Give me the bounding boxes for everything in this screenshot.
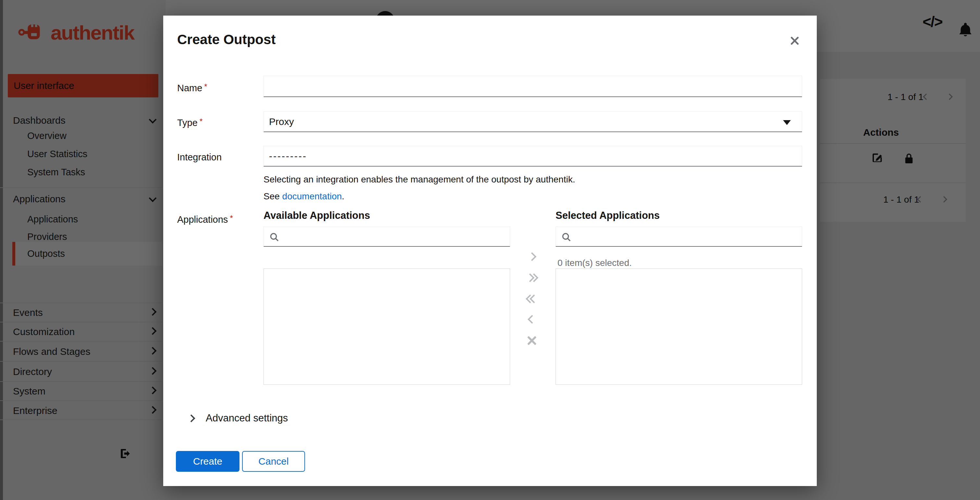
selected-count-status: 0 item(s) selected.	[557, 258, 632, 268]
required-marker: *	[204, 82, 207, 91]
name-label: Name*	[177, 82, 207, 94]
create-outpost-modal: Create Outpost Name* Type* Proxy Integra…	[163, 16, 817, 486]
selected-applications-title: Selected Applications	[555, 210, 660, 221]
selected-search-input[interactable]	[556, 227, 802, 246]
required-marker: *	[200, 117, 202, 126]
create-button[interactable]: Create	[176, 451, 239, 472]
name-field[interactable]	[264, 76, 802, 97]
move-selected-right-button[interactable]	[522, 249, 542, 265]
selected-search	[555, 227, 802, 247]
type-select-value: Proxy	[269, 116, 294, 127]
move-all-right-button[interactable]	[522, 271, 542, 286]
close-icon[interactable]	[788, 34, 801, 48]
move-selected-left-button[interactable]	[522, 312, 542, 328]
required-marker: *	[230, 213, 233, 222]
type-label: Type*	[177, 117, 202, 128]
cancel-button[interactable]: Cancel	[242, 451, 305, 472]
caret-down-icon	[783, 120, 791, 125]
documentation-hint: See documentation.	[264, 191, 344, 202]
advanced-settings-toggle[interactable]: Advanced settings	[189, 412, 288, 424]
integration-label: Integration	[177, 152, 222, 162]
integration-help-text: Selecting an integration enables the man…	[264, 174, 575, 185]
available-applications-title: Available Applications	[264, 210, 370, 221]
integration-select[interactable]: ---------	[264, 146, 802, 167]
available-applications-listbox[interactable]	[264, 269, 510, 385]
type-select[interactable]: Proxy	[264, 111, 802, 132]
move-all-left-button[interactable]	[522, 291, 542, 307]
modal-title: Create Outpost	[177, 32, 275, 48]
integration-select-value: ---------	[269, 151, 307, 162]
available-search-input[interactable]	[264, 227, 510, 246]
documentation-link[interactable]: documentation	[282, 191, 342, 201]
admin-page: </> 1 - 1 of 1 Actions 1 - 1 of 1	[0, 0, 980, 500]
applications-label: Applications*	[177, 213, 233, 225]
clear-selection-button[interactable]	[522, 333, 542, 349]
chevron-right-icon	[187, 414, 195, 422]
selected-applications-listbox[interactable]	[555, 269, 802, 385]
available-search	[264, 227, 510, 247]
